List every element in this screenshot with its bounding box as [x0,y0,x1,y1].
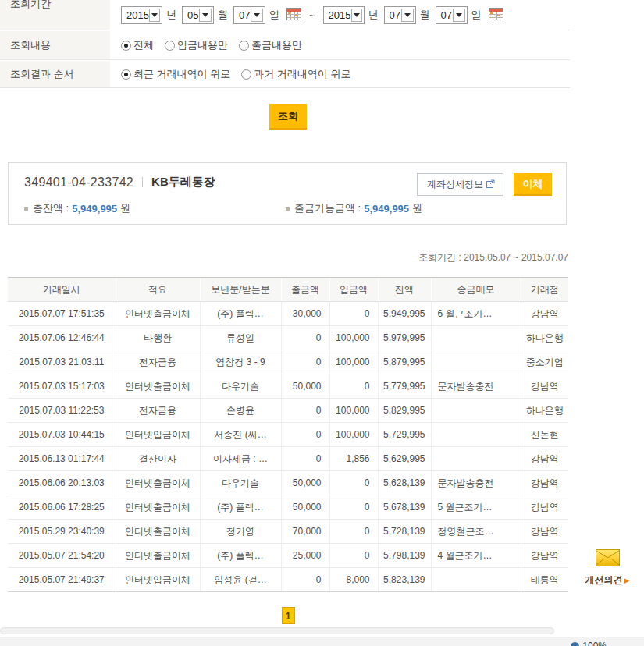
cell-branch: 강남역 [521,302,568,326]
page-number-1[interactable]: 1 [282,607,295,624]
radio-deposits-only[interactable]: 입금내용만 [165,38,228,52]
cell-balance: 5,628,139 [378,471,431,495]
arrow-right-icon: ▶ [624,577,630,584]
cell-memo: 문자발송충전 [431,374,521,399]
table-row: 2015.07.03 11:22:53전자금융손병윤0100,0005,829,… [8,399,568,423]
cell-balance: 5,879,995 [378,350,431,374]
table-row: 2015.07.03 21:03:11전자금융염창경 3 - 90100,000… [8,350,568,374]
cell-description: 전자금융 [116,399,200,423]
cell-counterparty: 다우기술 [200,471,281,495]
cell-branch: 강남역 [521,374,568,399]
cell-description: 인터넷출금이체 [116,544,200,568]
cell-counterparty: 다우기술 [200,374,281,399]
transaction-inquiry-page: 조회기간 2015 년 05 월 07 일 ~ 2015 년 07 월 07 일… [0,0,644,646]
cell-balance: 5,829,995 [378,399,431,423]
cell-memo [431,350,521,374]
bullet-icon [286,207,290,211]
cell-datetime: 2015.06.13 01:17:44 [8,447,116,471]
cell-datetime: 2015.05.29 23:40:39 [8,520,116,544]
cell-withdrawal: 30,000 [281,302,329,326]
account-summary-box: 349401-04-233742 KB두레통장 계좌상세정보 이체 총잔액 : … [8,162,567,225]
cell-deposit: 100,000 [329,399,378,423]
radio-icon [121,41,131,51]
radio-withdrawals-only[interactable]: 출금내용만 [239,38,302,52]
chevron-down-icon [251,9,263,22]
content-label: 조회내용 [0,31,110,59]
cell-withdrawal: 50,000 [281,374,329,399]
account-detail-button[interactable]: 계좌상세정보 [417,173,503,196]
calendar-icon[interactable] [489,8,503,23]
search-button[interactable]: 조회 [269,104,307,130]
cell-counterparty: 손병윤 [200,399,281,423]
cell-description: 타행환 [116,326,200,350]
cell-memo [431,423,521,447]
cell-datetime: 2015.07.03 10:44:15 [8,423,116,447]
horizontal-scrollbar[interactable] [0,627,554,634]
table-row: 2015.05.29 23:40:39인터넷출금이체정기영70,00005,72… [8,520,568,544]
form-row-period: 조회기간 2015 년 05 월 07 일 ~ 2015 년 07 월 07 일 [0,0,570,30]
start-year-select[interactable]: 2015 [121,6,162,24]
cell-branch: 강남역 [521,471,568,495]
radio-all[interactable]: 전체 [121,38,154,52]
end-day-select[interactable]: 07 [436,6,468,24]
period-controls: 2015 년 05 월 07 일 ~ 2015 년 07 월 07 일 [121,0,503,30]
balance-value: 5,949,995 [72,203,117,215]
chevron-down-icon [149,9,160,22]
calendar-icon[interactable] [286,8,301,23]
cell-memo: 5 월근조기… [431,495,521,520]
cell-deposit: 8,000 [329,568,378,592]
cell-deposit: 1,856 [329,447,378,471]
cell-branch: 강남역 [521,544,568,568]
feedback-widget[interactable]: 개선의견▶ [576,549,639,587]
withdrawable-label: 출금가능금액 : [294,201,361,215]
cell-balance: 5,779,995 [378,374,431,399]
column-header-datetime: 거래일시 [8,278,116,302]
cell-datetime: 2015.05.07 21:49:37 [8,568,116,592]
browser-zoom-control[interactable]: 100% [571,641,607,646]
period-label: 조회기간 [0,0,110,30]
start-month-select[interactable]: 05 [182,6,214,24]
end-month-select[interactable]: 07 [384,6,416,24]
year-suffix: 년 [368,8,379,22]
chevron-down-icon [453,9,465,22]
withdrawable-group: 출금가능금액 : 5,949,995 원 [286,201,422,215]
cell-withdrawal: 0 [281,326,329,350]
feedback-label-line: 개선의견▶ [576,573,639,587]
cell-withdrawal: 0 [281,447,329,471]
cell-withdrawal: 0 [281,423,329,447]
cell-branch: 태릉역 [521,568,568,592]
account-balances: 총잔액 : 5,949,995 원 출금가능금액 : 5,949,995 원 [24,201,550,215]
radio-oldest-first[interactable]: 과거 거래내역이 위로 [241,67,350,81]
withdrawable-value: 5,949,995 [364,203,409,215]
table-row: 2015.06.06 20:13:03인터넷출금이체다우기술50,00005,6… [8,471,568,495]
table-row: 2015.07.06 12:46:44타행환류성일0100,0005,979,9… [8,326,568,350]
cell-counterparty: (주) 플렉… [200,302,281,326]
table-row: 2015.07.03 10:44:15인터넷입금이체서종진 (씨…0100,00… [8,423,568,447]
start-day-select[interactable]: 07 [233,6,265,24]
cell-memo [431,447,521,471]
end-year-select[interactable]: 2015 [323,6,365,24]
radio-icon [121,69,131,80]
table-row: 2015.07.07 17:51:35인터넷출금이체(주) 플렉…30,0000… [8,302,568,326]
cell-description: 인터넷출금이체 [116,495,200,520]
transactions-tbody: 2015.07.07 17:51:35인터넷출금이체(주) 플렉…30,0000… [8,302,568,592]
cell-counterparty: (주) 플렉… [200,544,281,568]
cell-datetime: 2015.07.06 12:46:44 [8,326,116,350]
table-row: 2015.05.07 21:49:37인터넷입금이체임성윤 (걷…08,0005… [8,568,568,592]
cell-counterparty: 이자세금 : … [200,447,281,471]
cell-balance: 5,949,995 [378,302,431,326]
transfer-button[interactable]: 이체 [514,173,552,196]
cell-balance: 5,823,139 [378,568,431,592]
cell-datetime: 2015.06.06 20:13:03 [8,471,116,495]
order-options: 최근 거래내역이 위로 과거 거래내역이 위로 [121,61,361,87]
currency-label: 원 [412,201,422,215]
cell-withdrawal: 25,000 [281,544,329,568]
table-row: 2015.05.07 21:54:20인터넷출금이체(주) 플렉…25,0000… [8,544,568,568]
cell-deposit: 100,000 [329,350,378,374]
cell-counterparty: 염창경 3 - 9 [200,350,281,374]
cell-datetime: 2015.07.03 11:22:53 [8,399,116,423]
radio-recent-first[interactable]: 최근 거래내역이 위로 [121,67,230,81]
cell-description: 인터넷출금이체 [116,471,200,495]
cell-deposit: 0 [329,374,378,399]
cell-counterparty: (주) 플렉… [200,495,281,520]
